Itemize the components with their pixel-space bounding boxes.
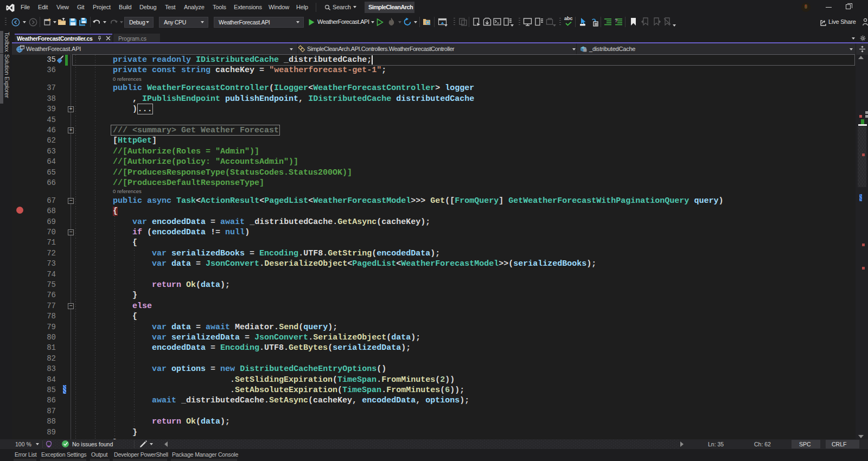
svg-text:?: ? (615, 18, 618, 23)
